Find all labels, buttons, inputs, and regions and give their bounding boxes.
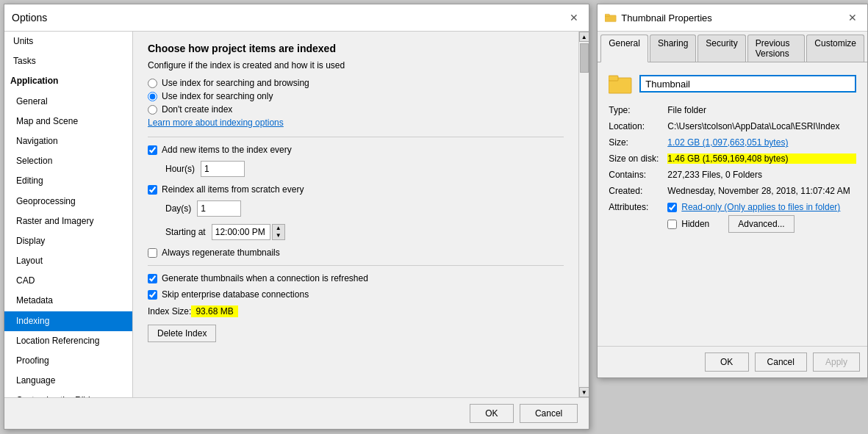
sidebar-item-units[interactable]: Units <box>4 32 132 51</box>
size-label: Size: <box>609 137 667 148</box>
main-scrollbar[interactable]: ▲ ▼ <box>578 32 589 397</box>
thumbnail-close-button[interactable]: ✕ <box>845 10 860 25</box>
learn-more-link[interactable]: Learn more about indexing options <box>148 117 564 128</box>
size-on-disk-label: Size on disk: <box>609 153 667 164</box>
tab-security[interactable]: Security <box>697 35 745 62</box>
hidden-label: Hidden <box>681 219 709 229</box>
created-value: Wednesday, November 28, 2018, 11:07:42 A… <box>667 186 856 196</box>
generate-thumbnails-row: Generate thumbnails when a connection is… <box>148 273 564 283</box>
attributes-section: Read-only (Only applies to files in fold… <box>667 202 840 233</box>
scroll-down-arrow[interactable]: ▼ <box>579 387 589 397</box>
scroll-up-arrow[interactable]: ▲ <box>579 32 589 42</box>
index-size-value: 93.68 MB <box>191 305 237 317</box>
options-body: Units Tasks Application General Map and … <box>4 32 589 397</box>
sidebar-item-selection[interactable]: Selection <box>4 151 132 171</box>
index-size-label: Index Size: <box>148 306 191 317</box>
prop-size-on-disk: Size on disk: 1.46 GB (1,569,169,408 byt… <box>609 153 856 164</box>
advanced-button[interactable]: Advanced... <box>728 215 794 233</box>
readonly-checkbox[interactable] <box>667 203 677 212</box>
sidebar-item-navigation[interactable]: Navigation <box>4 131 132 151</box>
properties-table: Type: File folder Location: C:\Users\tco… <box>609 105 856 233</box>
size-value[interactable]: 1.02 GB (1,097,663,051 bytes) <box>667 137 856 148</box>
folder-name-input[interactable] <box>639 75 856 93</box>
prop-created: Created: Wednesday, November 28, 2018, 1… <box>609 186 856 196</box>
skip-enterprise-checkbox[interactable] <box>148 290 157 300</box>
thumbnail-title-text: Thumbnail Properties <box>621 12 712 23</box>
contains-value: 227,233 Files, 0 Folders <box>667 170 856 180</box>
always-regenerate-checkbox[interactable] <box>148 248 157 258</box>
add-new-items-checkbox[interactable] <box>148 145 157 155</box>
sidebar-item-raster-imagery[interactable]: Raster and Imagery <box>4 211 132 231</box>
spin-up-icon[interactable]: ▲ <box>273 225 284 232</box>
options-dialog: Options ✕ Units Tasks Application Genera… <box>4 4 589 430</box>
main-panel: Choose how project items are indexed Con… <box>133 32 589 397</box>
sidebar-item-general[interactable]: General <box>4 92 132 112</box>
radio-dont-create-label: Don't create index <box>162 104 232 115</box>
thumbnail-header-row <box>609 73 856 94</box>
sidebar-item-tasks[interactable]: Tasks <box>4 51 132 71</box>
sidebar-item-geoprocessing[interactable]: Geoprocessing <box>4 192 132 211</box>
hours-row: Hour(s) <box>165 161 564 177</box>
radio-search-browse-input[interactable] <box>148 79 157 88</box>
options-title: Options <box>12 12 47 23</box>
options-sidebar: Units Tasks Application General Map and … <box>4 32 133 397</box>
sidebar-item-layout[interactable]: Layout <box>4 251 132 271</box>
svg-rect-1 <box>605 14 609 16</box>
sidebar-item-editing[interactable]: Editing <box>4 171 132 191</box>
generate-thumbnails-checkbox[interactable] <box>148 274 157 283</box>
sidebar-item-customize-ribbon[interactable]: Customize the Ribbon <box>4 391 132 397</box>
days-input[interactable] <box>197 200 241 217</box>
options-ok-button[interactable]: OK <box>470 404 514 423</box>
sidebar-item-application[interactable]: Application <box>4 71 132 91</box>
delete-index-button[interactable]: Delete Index <box>148 325 216 342</box>
hidden-row: Hidden Advanced... <box>667 215 840 233</box>
always-regenerate-row: Always regenerate thumbnails <box>148 247 564 258</box>
radio-dont-create-input[interactable] <box>148 105 157 115</box>
tab-previous-versions[interactable]: Previous Versions <box>747 35 806 62</box>
tab-sharing[interactable]: Sharing <box>650 35 696 62</box>
hours-input[interactable] <box>201 161 245 177</box>
content-title: Choose how project items are indexed <box>148 43 564 54</box>
reindex-checkbox[interactable] <box>148 185 157 195</box>
spin-down-icon[interactable]: ▼ <box>273 232 284 239</box>
readonly-label: Read-only (Only applies to files in fold… <box>681 202 840 212</box>
time-input[interactable] <box>212 224 270 240</box>
add-new-items-label: Add new items to the index every <box>162 145 292 155</box>
starting-at-label: Starting at <box>165 227 206 237</box>
radio-dont-create: Don't create index <box>148 104 564 115</box>
prop-size: Size: 1.02 GB (1,097,663,051 bytes) <box>609 137 856 148</box>
radio-search-only-input[interactable] <box>148 92 157 101</box>
hidden-checkbox[interactable] <box>667 220 677 229</box>
sidebar-item-proofing[interactable]: Proofing <box>4 351 132 371</box>
scroll-thumb[interactable] <box>580 43 589 73</box>
sidebar-item-map-scene[interactable]: Map and Scene <box>4 112 132 131</box>
reindex-row: Reindex all items from scratch every <box>148 184 564 195</box>
sidebar-item-indexing[interactable]: Indexing <box>4 311 132 331</box>
options-close-button[interactable]: ✕ <box>567 10 581 25</box>
thumbnail-titlebar: Thumbnail Properties ✕ <box>598 4 867 32</box>
tab-customize[interactable]: Customize <box>806 35 864 62</box>
time-input-group: ▲ ▼ <box>212 224 285 240</box>
time-spinner[interactable]: ▲ ▼ <box>272 224 285 240</box>
options-cancel-button[interactable]: Cancel <box>520 404 578 423</box>
folder-title-icon <box>605 12 617 23</box>
sidebar-item-display[interactable]: Display <box>4 231 132 251</box>
thumbnail-apply-button[interactable]: Apply <box>813 352 860 372</box>
sidebar-item-location-referencing[interactable]: Location Referencing <box>4 331 132 351</box>
thumbnail-cancel-button[interactable]: Cancel <box>755 352 807 372</box>
radio-use-search-browse: Use index for searching and browsing <box>148 78 564 88</box>
thumbnail-ok-button[interactable]: OK <box>705 352 749 372</box>
tab-general[interactable]: General <box>600 35 648 62</box>
location-label: Location: <box>609 121 667 131</box>
sidebar-item-metadata[interactable]: Metadata <box>4 291 132 311</box>
thumbnail-properties-dialog: Thumbnail Properties ✕ General Sharing S… <box>597 4 868 378</box>
options-titlebar: Options ✕ <box>4 4 589 32</box>
generate-thumbnails-label: Generate thumbnails when a connection is… <box>162 273 368 283</box>
sidebar-item-language[interactable]: Language <box>4 371 132 391</box>
content-description: Configure if the index is created and ho… <box>148 60 564 70</box>
starting-at-row: Starting at ▲ ▼ <box>165 224 564 240</box>
sidebar-item-cad[interactable]: CAD <box>4 271 132 291</box>
days-row: Day(s) <box>165 200 564 217</box>
contains-label: Contains: <box>609 170 667 180</box>
thumbnail-footer: OK Cancel Apply <box>598 346 867 377</box>
